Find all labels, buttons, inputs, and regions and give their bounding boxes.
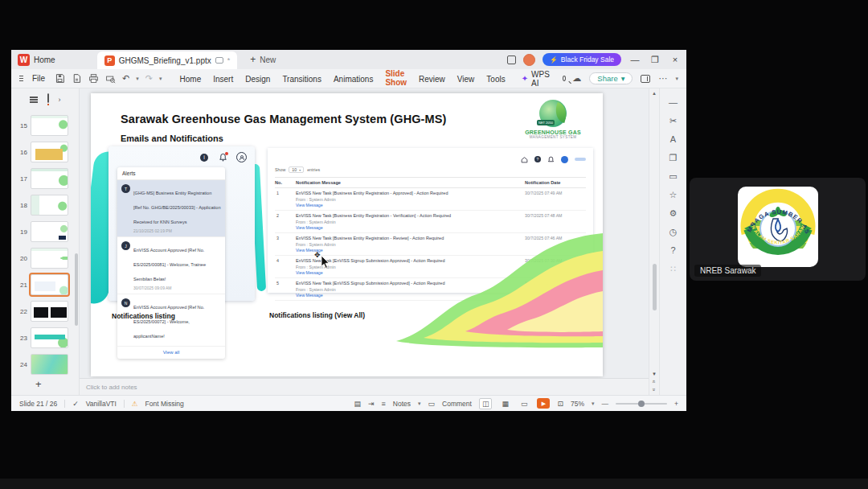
ribbon-menu-item[interactable]: Home	[180, 72, 202, 86]
rail-icon[interactable]: ▭	[669, 172, 677, 181]
color-wave-decoration	[326, 228, 603, 357]
previous-slide-button[interactable]: «	[652, 380, 657, 384]
slide-thumbnail-image[interactable]	[31, 248, 68, 269]
task-window-icon[interactable]: ▤	[354, 400, 361, 408]
toolbar-more-icon[interactable]: ▾	[159, 76, 162, 82]
ribbon-menu-item[interactable]: Slide Show	[385, 66, 407, 91]
rail-icon[interactable]: ?	[670, 246, 675, 255]
slide-thumbnail-image[interactable]	[31, 301, 68, 322]
redo-button[interactable]: ↷	[145, 74, 153, 83]
thumbnail-scrollbar[interactable]	[75, 253, 78, 326]
rail-icon[interactable]: —	[669, 98, 678, 107]
minimize-button[interactable]: —	[628, 55, 641, 64]
slide-thumbnail-image[interactable]	[31, 168, 68, 189]
next-slide-button[interactable]: »	[652, 388, 657, 392]
account-avatar[interactable]	[523, 54, 535, 66]
scrollbar-thumb[interactable]	[653, 264, 657, 310]
slide-view-icon[interactable]	[47, 94, 49, 105]
slide-thumbnail[interactable]: 24	[16, 354, 68, 375]
more-options-icon[interactable]: ⋯	[658, 74, 667, 83]
slideshow-play-button[interactable]: ▶	[537, 398, 550, 409]
notes-toggle[interactable]: Notes	[393, 400, 411, 408]
slide-thumbnail[interactable]: 22	[16, 301, 68, 322]
wps-logo-icon[interactable]: W	[18, 54, 30, 66]
hamburger-menu-icon[interactable]	[19, 78, 23, 79]
undo-button[interactable]: ↶	[122, 74, 129, 83]
jump-icon[interactable]: ⇥	[368, 400, 375, 408]
ribbon-menu-item[interactable]: Review	[419, 72, 445, 86]
add-slide-button[interactable]: +	[35, 378, 42, 390]
slide-thumbnail[interactable]: 19	[16, 221, 68, 242]
outline-view-icon[interactable]	[30, 99, 38, 100]
ribbon-menu-item[interactable]: Animations	[334, 72, 373, 86]
zoom-slider[interactable]	[616, 403, 667, 405]
zoom-dropdown-icon[interactable]: ▾	[592, 401, 595, 407]
file-menu[interactable]: File	[32, 74, 45, 83]
slide-thumbnail[interactable]: 23	[16, 327, 68, 348]
reading-view-button[interactable]: ▭	[518, 399, 530, 409]
theme-name[interactable]: VanillaVTI	[86, 400, 117, 408]
zoom-level[interactable]: 75%	[571, 400, 584, 408]
comment-button[interactable]: Comment	[442, 400, 472, 408]
ribbon-menu-item[interactable]: Transitions	[282, 72, 321, 86]
cloud-sync-icon[interactable]: ☁	[572, 74, 581, 83]
slide-21[interactable]: Sarawak Greenhouse Gas Management System…	[91, 93, 603, 376]
save-button[interactable]	[55, 73, 65, 84]
ribbon-menu-item[interactable]: Tools	[486, 72, 505, 86]
new-tab-button[interactable]: + New	[250, 54, 276, 65]
black-friday-sale-button[interactable]: ⚡ Black Friday Sale	[542, 53, 621, 66]
rail-icon[interactable]: A	[670, 135, 676, 144]
slide-thumbnail-image[interactable]	[31, 115, 68, 136]
slide-thumbnail[interactable]: 16	[16, 142, 68, 162]
export-pdf-button[interactable]	[72, 73, 82, 84]
notes-pane[interactable]: Click to add notes	[80, 378, 649, 395]
slide-thumbnail-image[interactable]	[31, 274, 68, 295]
search-icon[interactable]	[563, 76, 566, 81]
wps-ai-button[interactable]: ✦ WPS AI	[522, 70, 550, 88]
zoom-in-button[interactable]: +	[674, 400, 678, 408]
notes-dropdown-icon[interactable]: ▾	[418, 401, 421, 407]
print-button[interactable]	[88, 73, 99, 84]
fit-slide-icon[interactable]: ⊡	[557, 400, 563, 408]
collapse-panel-icon[interactable]: ›	[59, 96, 61, 104]
collapse-ribbon-icon[interactable]: ▾	[675, 76, 678, 82]
slide-thumbnail-image[interactable]	[31, 142, 68, 162]
zoom-slider-knob[interactable]	[638, 401, 645, 407]
close-button[interactable]: ×	[669, 55, 682, 64]
slide-thumbnail[interactable]: 18	[16, 195, 68, 216]
restore-button[interactable]: ❐	[649, 55, 661, 65]
ribbon-menu-item[interactable]: Design	[245, 72, 270, 86]
share-button[interactable]: Share ▾	[589, 72, 633, 84]
slide-thumbnail[interactable]: 21	[16, 274, 68, 295]
undo-dropdown-icon[interactable]: ▾	[136, 76, 139, 82]
editor-scrollbar[interactable]: ▴ ▾ « »	[649, 88, 659, 395]
rail-icon[interactable]: ❐	[669, 154, 678, 162]
slide-thumbnail[interactable]: 17	[16, 168, 68, 189]
slide-sorter-button[interactable]: ▦	[499, 399, 511, 409]
slide-thumbnail-image[interactable]	[31, 327, 68, 348]
rail-icon[interactable]: ◷	[669, 228, 678, 236]
slide-thumbnail[interactable]: 15	[16, 115, 68, 136]
rail-icon[interactable]: ⚙	[669, 209, 678, 218]
print-preview-button[interactable]	[105, 73, 116, 84]
slide-thumbnail-image[interactable]	[31, 354, 68, 375]
scroll-down-icon[interactable]: ▾	[653, 371, 656, 376]
spellcheck-icon[interactable]: ✓	[72, 400, 79, 408]
zoom-out-button[interactable]: —	[602, 400, 609, 408]
rail-icon[interactable]: ∷	[670, 265, 676, 273]
slide-thumbnail-image[interactable]	[31, 221, 68, 242]
scroll-up-icon[interactable]: ▴	[653, 90, 656, 97]
slide-thumbnail-image[interactable]	[31, 195, 68, 216]
window-switch-icon[interactable]	[507, 55, 516, 64]
task-pane-icon[interactable]	[641, 75, 650, 83]
rail-icon[interactable]: ✂	[669, 117, 677, 125]
share-label: Share	[597, 74, 617, 83]
ribbon-menu-item[interactable]: Insert	[213, 72, 233, 86]
tab-home[interactable]: Home	[34, 55, 67, 64]
ribbon-menu-item[interactable]: View	[457, 72, 475, 86]
font-missing-label[interactable]: Font Missing	[145, 400, 184, 408]
rail-icon[interactable]: ☆	[669, 191, 678, 199]
normal-view-button[interactable]: ◫	[479, 398, 493, 409]
slide-thumbnail[interactable]: 20	[16, 248, 68, 269]
participant-video-tile[interactable]: LEMBAGA SUMBER ASLI DAN ALAM SEKITAR SAR…	[690, 178, 866, 281]
